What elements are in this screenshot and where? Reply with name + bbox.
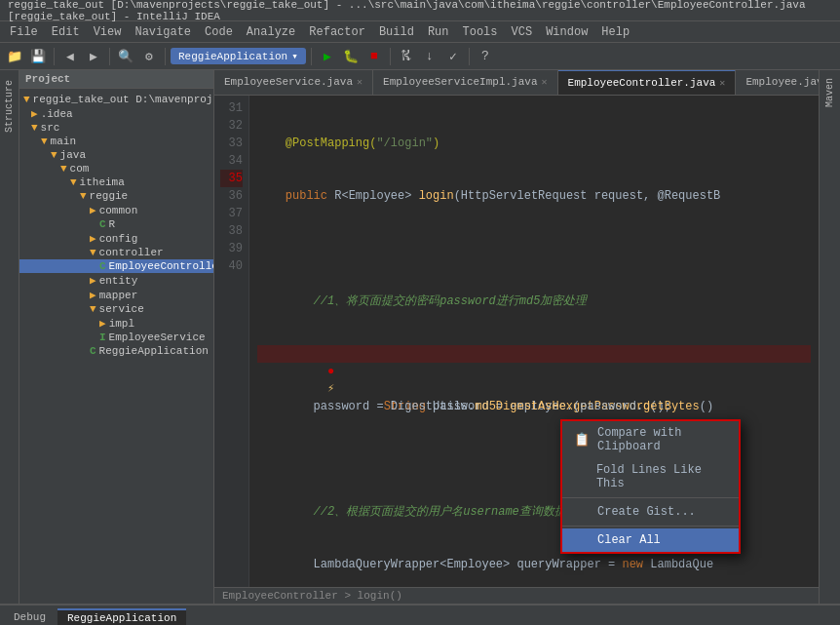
tree-item-employee-controller[interactable]: C EmployeeController: [19, 259, 213, 273]
tree-item-itheima[interactable]: ▼ itheima: [19, 176, 213, 189]
toolbar-forward[interactable]: ▶: [83, 46, 104, 67]
menu-window[interactable]: Window: [540, 23, 593, 41]
menu-view[interactable]: View: [88, 23, 128, 41]
toolbar-help[interactable]: ?: [475, 46, 496, 67]
run-config[interactable]: ReggieApplication ▾: [171, 48, 306, 64]
tree-item-idea[interactable]: ▶ .idea: [19, 106, 213, 121]
tree-item-controller[interactable]: ▼ controller: [19, 246, 213, 259]
menu-build[interactable]: Build: [373, 23, 420, 41]
tree-item-R[interactable]: C R: [19, 217, 213, 231]
toolbar-back[interactable]: ◀: [59, 46, 81, 67]
toolbar-search[interactable]: 🔍: [115, 46, 136, 67]
run-button[interactable]: ▶: [317, 46, 338, 67]
folder-icon: ▼: [60, 163, 67, 175]
breadcrumb: EmployeeController > login(): [214, 587, 819, 604]
context-compare[interactable]: 📋 Compare with Clipboard: [562, 421, 739, 458]
close-icon[interactable]: ✕: [357, 76, 363, 88]
tree-item-label: java: [60, 149, 86, 161]
tree-item-label: service: [99, 303, 144, 315]
folder-icon: ▼: [51, 149, 57, 161]
menu-vcs[interactable]: VCS: [506, 23, 539, 41]
structure-panel-label[interactable]: Structure: [2, 76, 17, 137]
context-fold[interactable]: Fold Lines Like This: [562, 458, 739, 495]
tree-item-reggie-app[interactable]: C ReggieApplication: [19, 344, 213, 358]
tab-employee[interactable]: Employee.java ✕: [736, 70, 819, 95]
bottom-tabs: Debug ReggieApplication: [0, 605, 840, 625]
menu-code[interactable]: Code: [199, 23, 239, 41]
menu-tools[interactable]: Tools: [457, 23, 504, 41]
right-sidebar: Maven: [819, 70, 840, 604]
tab-label: EmployeeService.java: [224, 76, 353, 88]
tree-item-com[interactable]: ▼ com: [19, 162, 213, 176]
folder-icon: ▼: [90, 247, 96, 258]
tree-item-root[interactable]: ▼ reggie_take_out D:\mavenprojects\reggi…: [19, 93, 213, 106]
project-panel-header: Project: [19, 70, 213, 89]
toolbar-git[interactable]: ⛕: [396, 46, 417, 67]
toolbar-sep3: [165, 48, 166, 65]
folder-icon: ▶: [90, 289, 96, 301]
editor-tabs: EmployeeService.java ✕ EmployeeServiceIm…: [214, 70, 819, 96]
tree-item-label: EmployeeController: [109, 260, 213, 272]
menu-navigate[interactable]: Navigate: [129, 23, 197, 41]
line-numbers: 31 32 33 34 35 36 37 38 39 40: [214, 96, 249, 587]
tab-label: Employee.java: [745, 76, 819, 88]
tree-item-label: entity: [99, 275, 138, 287]
menu-run[interactable]: Run: [422, 23, 455, 41]
toolbar-sep1: [54, 48, 55, 65]
toolbar-commit[interactable]: ✓: [442, 46, 464, 67]
tree-item-employee-service[interactable]: I EmployeeService: [19, 331, 213, 344]
folder-icon: ▼: [31, 122, 38, 134]
tab-employee-controller[interactable]: EmployeeController.java ✕: [558, 70, 737, 95]
debug-button[interactable]: 🐛: [340, 46, 362, 67]
toolbar-structure[interactable]: ⚙: [138, 46, 160, 67]
tree-item-config[interactable]: ▶ config: [19, 231, 213, 246]
code-line-32: public R<Employee> login(HttpServletRequ…: [257, 187, 811, 205]
menu-file[interactable]: File: [4, 23, 44, 41]
close-icon[interactable]: ✕: [542, 76, 548, 88]
tree-item-reggie[interactable]: ▼ reggie: [19, 189, 213, 203]
tab-employee-service[interactable]: EmployeeService.java ✕: [214, 70, 373, 95]
tree-item-service[interactable]: ▼ service: [19, 302, 213, 316]
menu-edit[interactable]: Edit: [46, 23, 86, 41]
stop-button[interactable]: ■: [363, 46, 385, 67]
context-menu-sep: [562, 497, 739, 498]
tree-item-label: reggie_take_out D:\mavenprojects\reggie_…: [33, 94, 213, 105]
menu-analyze[interactable]: Analyze: [241, 23, 301, 41]
tree-item-mapper[interactable]: ▶ mapper: [19, 288, 213, 302]
close-icon[interactable]: ✕: [719, 77, 725, 89]
code-line-31: @PostMapping("/login"): [257, 135, 811, 152]
java-icon: C: [99, 260, 106, 272]
tree-item-label: com: [70, 163, 90, 175]
tree-item-main[interactable]: ▼ main: [19, 135, 213, 148]
tree-item-label: mapper: [99, 290, 138, 301]
code-line-39: LambdaQueryWrapper<Employee> queryWrappe…: [257, 556, 811, 573]
tab-reggie-application[interactable]: ReggieApplication: [57, 608, 186, 626]
toolbar: 📁 💾 ◀ ▶ 🔍 ⚙ ReggieApplication ▾ ▶ 🐛 ■ ⛕ …: [0, 43, 840, 70]
menu-help[interactable]: Help: [595, 23, 635, 41]
context-menu[interactable]: 📋 Compare with Clipboard Fold Lines Like…: [560, 419, 741, 554]
tree-item-java[interactable]: ▼ java: [19, 148, 213, 162]
tab-debug[interactable]: Debug: [4, 609, 56, 625]
context-gist[interactable]: Create Gist...: [562, 500, 739, 524]
tree-item-impl[interactable]: ▶ impl: [19, 316, 213, 331]
interface-icon: I: [99, 332, 106, 343]
tree-item-label: common: [99, 205, 138, 216]
project-label: Project: [25, 73, 70, 85]
tree-item-label: src: [41, 122, 60, 134]
tree-item-common[interactable]: ▶ common: [19, 203, 213, 217]
toolbar-update[interactable]: ↓: [419, 46, 440, 67]
tree-item-label: .idea: [41, 108, 73, 120]
project-tree[interactable]: ▼ reggie_take_out D:\mavenprojects\reggi…: [19, 89, 213, 604]
menu-refactor[interactable]: Refactor: [303, 23, 371, 41]
maven-label[interactable]: Maven: [822, 74, 837, 111]
tree-item-label: EmployeeService: [109, 332, 206, 343]
tab-employee-service-impl[interactable]: EmployeeServiceImpl.java ✕: [373, 70, 557, 95]
context-clear-all[interactable]: Clear All: [562, 528, 739, 552]
bottom-panel: Debug ReggieApplication ↺ ■ ⏸ ▶ ↓ ↑ ⚙ 📌 …: [0, 604, 840, 625]
title-bar: reggie_take_out [D:\mavenprojects\reggie…: [0, 0, 840, 21]
toolbar-open[interactable]: 📁: [4, 46, 25, 67]
tree-item-entity[interactable]: ▶ entity: [19, 273, 213, 288]
toolbar-save[interactable]: 💾: [27, 46, 49, 67]
toolbar-sep4: [311, 48, 312, 65]
tree-item-src[interactable]: ▼ src: [19, 121, 213, 135]
